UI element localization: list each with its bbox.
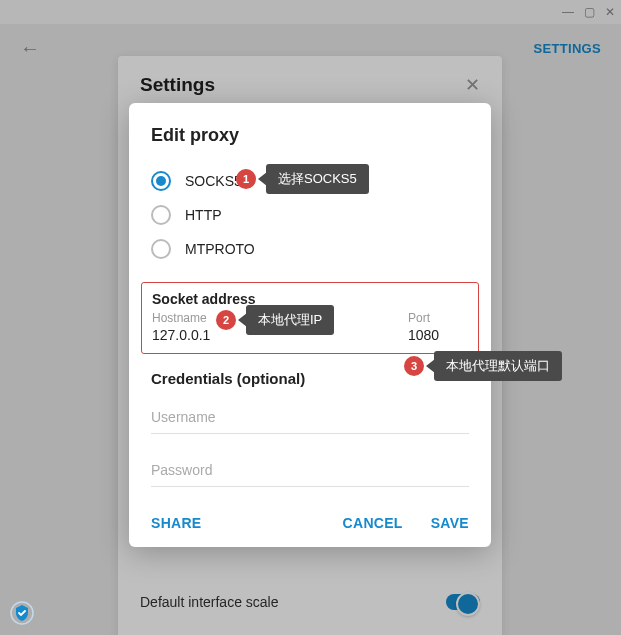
port-value: 1080 bbox=[408, 327, 468, 343]
port-label: Port bbox=[408, 311, 468, 325]
port-field[interactable]: Port 1080 bbox=[408, 311, 468, 343]
callout-text: 本地代理IP bbox=[246, 305, 334, 335]
callout-badge: 1 bbox=[236, 169, 256, 189]
radio-icon bbox=[151, 171, 171, 191]
callout-1: 1 选择SOCKS5 bbox=[236, 164, 369, 194]
callout-badge: 2 bbox=[216, 310, 236, 330]
share-button[interactable]: SHARE bbox=[151, 515, 202, 531]
callout-text: 选择SOCKS5 bbox=[266, 164, 369, 194]
radio-label: HTTP bbox=[185, 207, 222, 223]
radio-icon bbox=[151, 239, 171, 259]
callout-text: 本地代理默认端口 bbox=[434, 351, 562, 381]
callout-2: 2 本地代理IP bbox=[216, 305, 334, 335]
username-input[interactable] bbox=[151, 401, 469, 434]
radio-label: MTPROTO bbox=[185, 241, 255, 257]
password-input[interactable] bbox=[151, 454, 469, 487]
save-button[interactable]: SAVE bbox=[431, 515, 469, 531]
callout-3: 3 本地代理默认端口 bbox=[404, 351, 562, 381]
radio-icon bbox=[151, 205, 171, 225]
callout-badge: 3 bbox=[404, 356, 424, 376]
proxy-type-http[interactable]: HTTP bbox=[151, 198, 469, 232]
cancel-button[interactable]: CANCEL bbox=[343, 515, 403, 531]
radio-label: SOCKS5 bbox=[185, 173, 242, 189]
shield-icon bbox=[10, 601, 34, 625]
modal-title: Edit proxy bbox=[151, 125, 469, 146]
proxy-type-mtproto[interactable]: MTPROTO bbox=[151, 232, 469, 266]
